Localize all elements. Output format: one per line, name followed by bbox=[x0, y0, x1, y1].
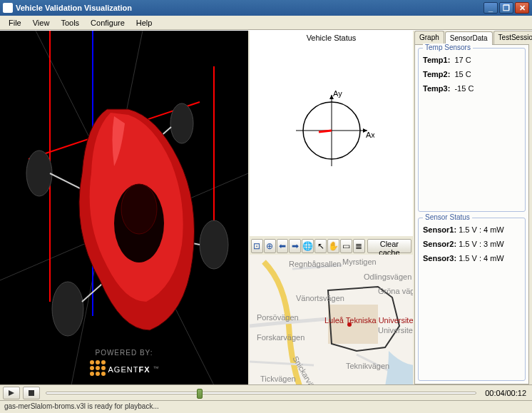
temp-row: Temp1: 17 C bbox=[421, 53, 522, 67]
svg-point-8 bbox=[170, 103, 193, 143]
menu-configure[interactable]: Configure bbox=[85, 17, 131, 29]
playback-bar: 00:04/00:12 bbox=[0, 384, 532, 400]
svg-point-10 bbox=[200, 220, 228, 269]
svg-text:Luleå Tekniska Universitet: Luleå Tekniska Universitet bbox=[324, 316, 413, 325]
svg-text:Porsövägen: Porsövägen bbox=[257, 313, 299, 322]
arrow-left-icon[interactable]: ⬅ bbox=[277, 239, 289, 253]
sensor-row: Sensor3: 1.5 V : 4 mW bbox=[421, 251, 522, 265]
svg-text:Ay: Ay bbox=[333, 89, 342, 98]
map-toolbar: ⊡ ⊕ ⬅ ➡ 🌐 ↖ ✋ ▭ ≣ Clear cache bbox=[250, 238, 413, 255]
sensor-row: Sensor2: 1.5 V : 3 mW bbox=[421, 237, 522, 251]
vehicle-render bbox=[0, 31, 248, 384]
playback-time: 00:04/00:12 bbox=[482, 389, 529, 397]
svg-text:Gröna vägen: Gröna vägen bbox=[378, 287, 413, 295]
tab-testsession[interactable]: TestSession bbox=[493, 31, 532, 44]
zoom-in-icon[interactable]: ⊕ bbox=[264, 239, 276, 253]
close-button[interactable]: ✕ bbox=[515, 2, 529, 14]
menu-bar: File View Tools Configure Help bbox=[0, 16, 532, 30]
map-panel: ⊡ ⊕ ⬅ ➡ 🌐 ↖ ✋ ▭ ≣ Clear cache bbox=[250, 236, 413, 384]
svg-point-9 bbox=[52, 282, 83, 336]
vehicle-status-title: Vehicle Status bbox=[250, 31, 413, 45]
window-titlebar: Vehicle Validation Visualization _ ❐ ✕ bbox=[0, 0, 532, 16]
svg-point-16 bbox=[121, 184, 157, 234]
temp-row: Temp2: 15 C bbox=[421, 67, 522, 81]
minimize-button[interactable]: _ bbox=[484, 2, 498, 14]
menu-tools[interactable]: Tools bbox=[55, 17, 85, 29]
svg-text:Vänortsvägen: Vänortsvägen bbox=[296, 294, 344, 302]
stop-button[interactable] bbox=[23, 387, 40, 399]
globe-icon[interactable]: 🌐 bbox=[302, 239, 314, 253]
hand-icon[interactable]: ✋ bbox=[327, 239, 339, 253]
agentfx-logo: AGENTFX ™ bbox=[90, 360, 159, 376]
powered-by-label: POWERED BY: bbox=[0, 349, 248, 357]
vehicle-status-panel: Vehicle Status Ay Ax bbox=[250, 31, 413, 236]
temp-row: Temp3: -15 C bbox=[421, 81, 522, 96]
svg-text:Odlingsvägen: Odlingsvägen bbox=[364, 272, 411, 281]
select-rect-icon[interactable]: ▭ bbox=[340, 239, 352, 253]
map-view[interactable]: Luleå Tekniska Universitet Regnbågsallen… bbox=[250, 255, 413, 384]
layers-icon[interactable]: ≣ bbox=[353, 239, 365, 253]
svg-marker-40 bbox=[9, 390, 14, 396]
svg-text:Tickvägen: Tickvägen bbox=[260, 374, 296, 383]
logo-dots-icon bbox=[90, 360, 106, 376]
map-svg: Luleå Tekniska Universitet Regnbågsallen… bbox=[250, 255, 413, 384]
status-bar: gas-merSlalom-broms.v3l is ready for pla… bbox=[0, 400, 532, 413]
svg-text:Ax: Ax bbox=[366, 131, 374, 139]
clear-cache-button[interactable]: Clear cache bbox=[367, 239, 411, 253]
slider-thumb[interactable] bbox=[197, 389, 203, 399]
svg-text:Forskarvägen: Forskarvägen bbox=[257, 333, 305, 342]
right-tabs: Graph SensorData TestSession bbox=[414, 31, 529, 45]
temp-sensors-legend: Temp Sensors bbox=[423, 44, 473, 51]
svg-point-7 bbox=[26, 151, 52, 196]
play-icon bbox=[8, 389, 15, 397]
arrow-right-icon[interactable]: ➡ bbox=[289, 239, 301, 253]
pointer-icon[interactable]: ↖ bbox=[314, 239, 327, 253]
playback-slider[interactable] bbox=[46, 392, 476, 394]
svg-text:Myrstigen: Myrstigen bbox=[342, 258, 377, 266]
temp-sensors-group: Temp Sensors Temp1: 17 C Temp2: 15 C Tem… bbox=[418, 48, 526, 212]
svg-line-24 bbox=[319, 131, 332, 132]
app-icon bbox=[3, 3, 13, 13]
stop-icon bbox=[28, 389, 35, 397]
maximize-button[interactable]: ❐ bbox=[499, 2, 513, 14]
menu-file[interactable]: File bbox=[3, 17, 27, 29]
svg-text:Regnbågsallen: Regnbågsallen bbox=[289, 260, 341, 268]
sensor-status-legend: Sensor Status bbox=[423, 213, 472, 221]
zoom-extent-icon[interactable]: ⊡ bbox=[251, 239, 263, 253]
tab-graph[interactable]: Graph bbox=[414, 31, 444, 44]
play-button[interactable] bbox=[3, 387, 20, 399]
menu-help[interactable]: Help bbox=[131, 17, 158, 29]
window-title: Vehicle Validation Visualization bbox=[16, 4, 484, 12]
svg-text:Universitetsvägen: Universitetsvägen bbox=[378, 326, 413, 335]
sensor-row: Sensor1: 1.5 V : 4 mW bbox=[421, 223, 522, 237]
sensor-status-group: Sensor Status Sensor1: 1.5 V : 4 mW Sens… bbox=[418, 218, 526, 382]
acceleration-compass: Ay Ax bbox=[289, 88, 374, 173]
menu-view[interactable]: View bbox=[27, 17, 56, 29]
svg-text:Teknikvägen: Teknikvägen bbox=[346, 362, 389, 370]
branding-overlay: POWERED BY: AGENTFX ™ bbox=[0, 349, 248, 376]
3d-viewport[interactable]: POWERED BY: AGENTFX ™ bbox=[0, 31, 248, 384]
svg-rect-41 bbox=[29, 390, 34, 396]
